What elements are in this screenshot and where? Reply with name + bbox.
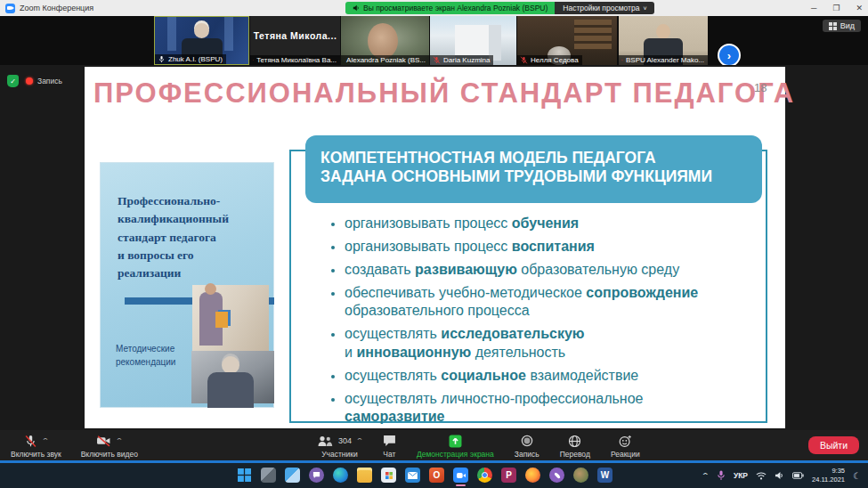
hidden-icons-caret[interactable]: ⌃ — [702, 472, 710, 480]
flag-decor — [167, 17, 176, 51]
participant-name: Тетяна Миколаївна Ва... — [256, 56, 337, 64]
reactions-smiley-icon — [619, 435, 632, 448]
close-button[interactable]: ✕ — [856, 4, 863, 12]
participant-thumb-zhuk[interactable]: Zhuk A.I. (BSPU) — [154, 16, 249, 65]
video-options-caret[interactable]: ⌃ — [116, 437, 124, 444]
mail-icon[interactable] — [405, 468, 420, 483]
mic-muted-icon — [253, 56, 254, 64]
zoom-toolbar: ⌃ Включить звук ⌃ Включить видео 304 ⌃ У — [0, 430, 868, 460]
participants-button[interactable]: 304 ⌃ Участники — [317, 434, 362, 459]
participants-options-caret[interactable]: ⌃ — [355, 437, 363, 444]
volume-icon[interactable] — [775, 471, 784, 480]
chat-label: Чат — [383, 450, 395, 459]
participant-thumb-tetyana[interactable]: Тетяна Микола... Тетяна Миколаївна Ва... — [250, 16, 340, 65]
taskbar-clock[interactable]: 9:35 24.11.2021 — [812, 467, 845, 484]
view-settings-label: Настройки просмотра — [563, 4, 639, 12]
battery-icon[interactable] — [792, 472, 804, 479]
misc-app-icon[interactable] — [573, 468, 588, 483]
file-explorer-icon[interactable] — [357, 468, 372, 483]
task-view-icon[interactable] — [261, 468, 276, 483]
participant-name-label: Daria Kuzmina — [430, 55, 493, 65]
record-button[interactable]: Запись — [515, 434, 539, 459]
bullet-item: обеспечивать учебно-методическое сопрово… — [345, 284, 746, 321]
mic-muted-icon — [520, 56, 528, 64]
participant-name: Zhuk A.I. (BSPU) — [168, 55, 223, 63]
bookshelf-photo — [574, 20, 612, 50]
participant-name: BSPU Alexander Mako... — [626, 56, 704, 64]
participant-face — [656, 24, 670, 39]
presentation-app-icon[interactable]: P — [501, 468, 516, 483]
participant-thumb-pozniak[interactable]: Alexandra Pozniak (BS... — [341, 16, 429, 65]
chat-button[interactable]: Чат — [383, 434, 396, 459]
start-icon[interactable] — [237, 468, 252, 483]
focus-assist-moon-icon[interactable]: ☾ — [853, 471, 861, 481]
record-icon — [521, 435, 533, 447]
bullet-item: создавать развивающую образовательную ср… — [345, 261, 746, 279]
reactions-button[interactable]: Реакции — [611, 434, 640, 459]
edge-icon[interactable] — [333, 468, 348, 483]
slide-header-box: КОМПЕТЕНТНОСТНАЯ МОДЕЛЬ ПЕДАГОГА ЗАДАНА … — [305, 135, 762, 203]
camera-muted-icon — [96, 435, 111, 447]
participant-thumb-makovchik[interactable]: BSPU Alexander Mako... — [619, 16, 708, 65]
word-icon[interactable]: W — [597, 468, 612, 483]
system-tray: ⌃ УКР 9:35 24.11.2021 ☾ — [702, 463, 861, 488]
unmute-options-caret[interactable]: ⌃ — [41, 437, 49, 444]
participant-thumb-sedova[interactable]: Нелля Седова — [517, 16, 617, 65]
clock-time: 9:35 — [831, 467, 845, 475]
mic-muted-icon — [433, 56, 441, 64]
participant-face — [194, 23, 209, 38]
participant-name-label: Нелля Седова — [517, 55, 582, 65]
widgets-icon[interactable] — [285, 468, 300, 483]
window-controls: ─ ❐ ✕ — [811, 0, 863, 16]
view-button-label: Вид — [840, 21, 855, 30]
participants-strip: Zhuk A.I. (BSPU) Тетяна Микола... Тетяна… — [0, 16, 868, 65]
share-screen-label: Демонстрация экрана — [417, 450, 494, 459]
participant-name-label: Zhuk A.I. (BSPU) — [155, 54, 226, 64]
wifi-icon[interactable] — [756, 472, 767, 480]
book-title: Профессионально- квалификационный станда… — [118, 192, 229, 282]
taskbar-pinned-icons: O P W — [237, 468, 612, 483]
view-settings-button[interactable]: Настройки просмотра ˅ — [555, 2, 654, 14]
book-photo-students — [192, 285, 269, 351]
language-indicator[interactable]: УКР — [734, 471, 748, 480]
zoom-icon[interactable] — [453, 468, 468, 483]
reactions-label: Реакции — [611, 450, 640, 459]
interpretation-button[interactable]: Перевод — [560, 434, 590, 459]
participant-display-name: Тетяна Микола... — [250, 30, 340, 41]
figure-body-decor — [207, 372, 254, 408]
participants-count: 304 — [338, 436, 352, 445]
meeting-status-indicators: ✓ Запись — [7, 75, 62, 87]
next-participants-arrow[interactable]: › — [718, 44, 741, 67]
bullet-item: осуществлять личностно-профессиональное … — [345, 390, 746, 427]
maximize-button[interactable]: ❐ — [832, 4, 840, 12]
chrome-icon[interactable] — [477, 468, 492, 483]
books-decor — [215, 312, 228, 328]
windows-taskbar: O P W ⌃ УКР 9:35 24.11.2021 ☾ — [0, 463, 868, 488]
chat-icon — [383, 435, 396, 447]
firefox-icon[interactable] — [525, 468, 540, 483]
start-video-button[interactable]: ⌃ Включить видео — [81, 434, 138, 459]
viber-icon[interactable] — [549, 468, 564, 483]
leave-meeting-button[interactable]: Выйти — [808, 436, 859, 454]
participant-name-label: BSPU Alexander Mako... — [619, 55, 708, 65]
participant-name-label: Alexandra Pozniak (BS... — [341, 55, 429, 65]
mic-muted-icon — [621, 56, 623, 64]
recording-dot-icon — [26, 77, 33, 85]
tray-mic-icon[interactable] — [717, 470, 726, 481]
view-mode-button[interactable]: Вид — [823, 20, 861, 32]
bullet-item: организовывать процесс обучения — [345, 215, 746, 232]
participant-face — [368, 23, 398, 59]
slide-header-line2: ЗАДАНА ОСНОВНЫМИ ТРУДОВЫМИ ФУНКЦИЯМИ — [320, 167, 750, 186]
minimize-button[interactable]: ─ — [811, 4, 816, 12]
participant-thumb-kuzmina[interactable]: Daria Kuzmina — [430, 16, 516, 65]
mic-on-icon — [158, 55, 166, 63]
record-label: Запись — [515, 450, 539, 459]
microsoft-store-icon[interactable] — [381, 468, 396, 483]
presentation-slide: ПРОФЕССИОНАЛЬНЫЙ СТАНДАРТ ПЕДАГОГА 18 Пр… — [85, 67, 785, 428]
unmute-button[interactable]: ⌃ Включить звук — [11, 434, 61, 459]
globe-icon — [568, 435, 581, 448]
office-icon[interactable]: O — [429, 468, 444, 483]
encryption-shield-icon[interactable]: ✓ — [7, 75, 19, 87]
teams-chat-icon[interactable] — [309, 468, 324, 483]
share-screen-button[interactable]: Демонстрация экрана — [417, 434, 494, 459]
